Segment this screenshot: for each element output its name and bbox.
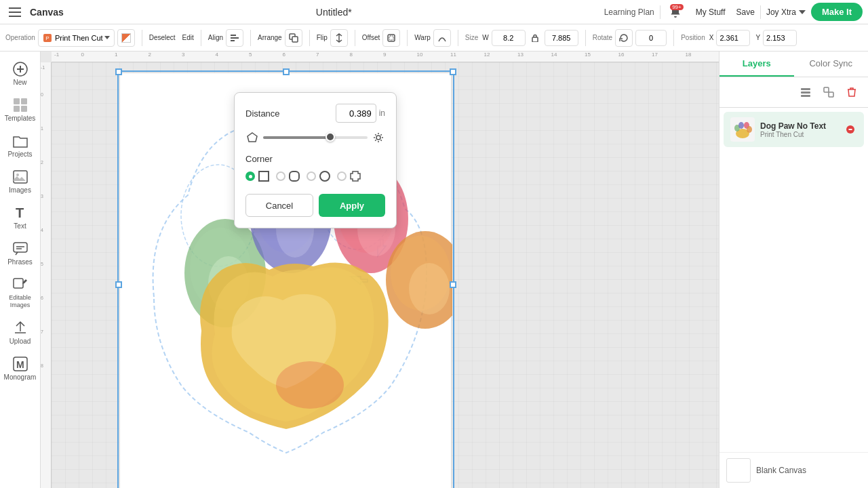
arrange-btn[interactable]: Arrange	[258, 34, 282, 41]
toolbar: Operation P Print Then Cut Deselect Edit…	[0, 24, 868, 52]
corner-rounded[interactable]	[276, 169, 301, 183]
save-button[interactable]: Save	[736, 7, 755, 17]
sep-9	[673, 30, 674, 46]
svg-rect-5	[231, 35, 236, 36]
height-input[interactable]	[545, 30, 578, 46]
circle-radio[interactable]	[307, 171, 316, 181]
sidebar-item-templates[interactable]: Templates	[3, 93, 38, 126]
sidebar-label-projects: Projects	[7, 150, 32, 158]
sidebar-item-editable[interactable]: Editable Images	[3, 272, 38, 313]
apply-button[interactable]: Apply	[319, 194, 385, 217]
offset-group: Offset	[362, 29, 401, 47]
svg-rect-19	[21, 106, 27, 112]
sidebar-item-phrases[interactable]: Phrases	[3, 237, 38, 270]
canvas-area[interactable]: -1 0 1 2 3 4 5 6 7 8 9 10 11 12 13 14 15…	[41, 52, 719, 488]
position-label: Position	[681, 34, 705, 41]
warp-icon[interactable]	[433, 29, 451, 47]
svg-point-43	[409, 263, 450, 314]
delete-layer-icon[interactable]	[842, 83, 861, 102]
make-it-button[interactable]: Make It	[811, 3, 863, 21]
svg-text:M: M	[16, 359, 24, 370]
offset-icon[interactable]	[382, 29, 400, 47]
svg-rect-18	[14, 106, 20, 112]
sep-1	[142, 30, 142, 46]
lock-icon[interactable]	[528, 30, 542, 46]
warp-group: Warp	[414, 29, 451, 47]
corner-circle[interactable]	[307, 169, 332, 183]
x-input[interactable]	[716, 30, 750, 46]
left-sidebar: New Templates Projects Images T Text	[0, 52, 41, 488]
distance-input[interactable]	[336, 104, 376, 123]
layer-delete-button[interactable]	[844, 123, 857, 136]
notification-button[interactable]: 99+	[666, 3, 685, 22]
svg-point-44	[276, 361, 344, 409]
operation-label: Operation	[5, 34, 35, 41]
square-radio[interactable]	[337, 171, 347, 181]
pentagon-icon	[245, 131, 259, 144]
distance-slider-row	[245, 131, 385, 144]
group-icon[interactable]	[819, 83, 838, 102]
editable-images-icon	[12, 277, 28, 293]
svg-rect-54	[829, 92, 833, 97]
rotate-input[interactable]	[635, 30, 667, 46]
rotate-icon[interactable]	[615, 29, 633, 47]
y-input[interactable]	[763, 30, 797, 46]
svg-rect-12	[532, 37, 538, 42]
rounded-radio[interactable]	[276, 171, 285, 181]
divider-1	[660, 5, 660, 19]
align-group: Align	[208, 29, 243, 47]
operation-group: Operation P Print Then Cut	[5, 29, 135, 47]
width-input[interactable]	[492, 30, 526, 46]
svg-rect-47	[259, 171, 269, 181]
sidebar-item-projects[interactable]: Projects	[3, 129, 38, 162]
align-btn[interactable]: Align	[208, 34, 223, 41]
tab-layers[interactable]: Layers	[719, 52, 794, 77]
corner-sharp[interactable]	[245, 169, 271, 183]
sidebar-item-monogram[interactable]: M Monogram	[3, 352, 38, 385]
operation-dropdown[interactable]: P Print Then Cut	[38, 29, 115, 47]
distance-label: Distance	[245, 108, 280, 119]
offset-dialog: Distance in Corner	[234, 92, 397, 228]
corner-label: Corner	[245, 154, 385, 164]
sidebar-label-phrases: Phrases	[7, 258, 33, 266]
edit-btn[interactable]: Edit	[182, 34, 194, 41]
svg-rect-50	[801, 88, 810, 90]
settings-icon[interactable]	[372, 131, 385, 144]
flip-group: Flip	[317, 29, 348, 47]
sidebar-item-new[interactable]: New	[3, 57, 38, 90]
svg-rect-7	[231, 40, 235, 41]
flip-btn[interactable]: Flip	[317, 34, 328, 41]
svg-rect-23	[14, 243, 27, 252]
svg-point-49	[320, 171, 330, 181]
cancel-button[interactable]: Cancel	[245, 194, 313, 217]
svg-rect-16	[14, 98, 20, 104]
align-icon[interactable]	[226, 29, 243, 47]
svg-rect-52	[801, 95, 810, 97]
layer-sub: Print Then Cut	[760, 131, 838, 138]
color-swatch[interactable]	[117, 29, 135, 47]
sidebar-label-monogram: Monogram	[4, 373, 37, 381]
arrange-icon[interactable]	[285, 29, 302, 47]
sep-8	[585, 30, 586, 46]
sharp-radio[interactable]	[245, 171, 255, 181]
flip-icon[interactable]	[330, 29, 348, 47]
user-menu-button[interactable]: Joy Xtra	[766, 7, 806, 17]
menu-icon[interactable]	[5, 3, 24, 22]
my-stuff-button[interactable]: My Stuff	[690, 5, 731, 20]
slider-thumb[interactable]	[326, 132, 335, 142]
deselect-btn[interactable]: Deselect	[149, 34, 176, 41]
warp-btn[interactable]: Warp	[414, 34, 431, 41]
sidebar-item-upload[interactable]: Upload	[3, 316, 38, 349]
upload-icon	[12, 320, 28, 336]
learning-plan-link[interactable]: Learning Plan	[604, 7, 654, 17]
right-tabs: Layers Color Sync	[719, 52, 868, 77]
layers-view-icon[interactable]	[796, 83, 815, 102]
svg-rect-1	[9, 12, 21, 13]
offset-btn[interactable]: Offset	[362, 34, 380, 41]
tab-color-sync[interactable]: Color Sync	[794, 52, 869, 77]
corner-options	[245, 169, 385, 183]
sidebar-item-text[interactable]: T Text	[3, 201, 38, 234]
distance-slider[interactable]	[263, 136, 368, 139]
sidebar-item-images[interactable]: Images	[3, 165, 38, 198]
corner-square[interactable]	[337, 169, 362, 183]
